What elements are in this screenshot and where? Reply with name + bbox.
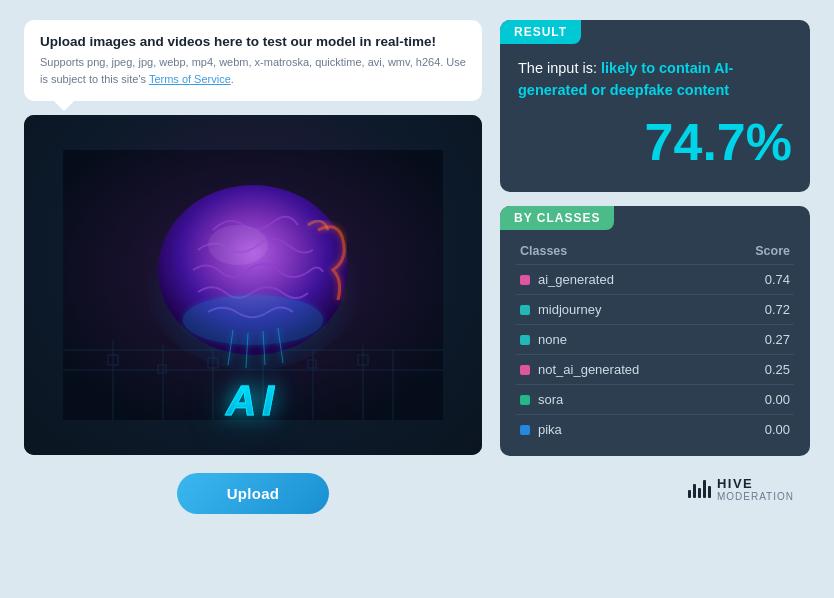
result-percentage: 74.7%	[500, 112, 810, 172]
class-score-cell: 0.25	[724, 354, 794, 384]
class-name-cell: midjourney	[516, 294, 724, 324]
result-text-prefix: The input is:	[518, 60, 601, 76]
image-container: AI	[24, 115, 482, 455]
class-name-cell: ai_generated	[516, 264, 724, 294]
left-panel: Upload images and videos here to test ou…	[24, 20, 482, 514]
classes-tag: BY CLASSES	[500, 206, 614, 230]
main-container: Upload images and videos here to test ou…	[0, 0, 834, 598]
svg-point-17	[208, 225, 268, 265]
bar4	[703, 480, 706, 498]
class-dot	[520, 395, 530, 405]
bar3	[698, 488, 701, 498]
result-card-header: RESULT	[500, 20, 810, 44]
table-row: pika0.00	[516, 414, 794, 444]
ai-text-label: AI	[226, 377, 280, 425]
upload-btn-row: Upload	[24, 473, 482, 514]
classes-table-header-row: Classes Score	[516, 238, 794, 265]
table-row: not_ai_generated0.25	[516, 354, 794, 384]
upload-title: Upload images and videos here to test ou…	[40, 34, 466, 49]
result-card: RESULT The input is: likely to contain A…	[500, 20, 810, 192]
class-dot	[520, 335, 530, 345]
hive-logo-row: HIVE MODERATION	[500, 470, 810, 508]
class-dot	[520, 275, 530, 285]
class-dot	[520, 365, 530, 375]
table-row: midjourney0.72	[516, 294, 794, 324]
col-score: Score	[724, 238, 794, 265]
result-body: The input is: likely to contain AI-gener…	[500, 44, 810, 102]
result-tag: RESULT	[500, 20, 581, 44]
class-score-cell: 0.27	[724, 324, 794, 354]
hive-bars-icon	[688, 480, 711, 498]
result-text: The input is: likely to contain AI-gener…	[518, 58, 792, 102]
class-score-cell: 0.00	[724, 414, 794, 444]
col-classes: Classes	[516, 238, 724, 265]
upload-subtitle: Supports png, jpeg, jpg, webp, mp4, webm…	[40, 54, 466, 87]
right-panel: RESULT The input is: likely to contain A…	[500, 20, 810, 507]
upload-subtitle-text: Supports png, jpeg, jpg, webp, mp4, webm…	[40, 56, 466, 85]
class-name-cell: pika	[516, 414, 724, 444]
bar5	[708, 486, 711, 498]
classes-card: BY CLASSES Classes Score ai_generated0.7…	[500, 206, 810, 456]
class-score-cell: 0.00	[724, 384, 794, 414]
table-row: none0.27	[516, 324, 794, 354]
class-name-cell: none	[516, 324, 724, 354]
classes-table-wrapper: Classes Score ai_generated0.74midjourney…	[500, 238, 810, 456]
svg-point-18	[183, 295, 323, 345]
upload-info-box: Upload images and videos here to test ou…	[24, 20, 482, 101]
class-score-cell: 0.72	[724, 294, 794, 324]
hive-logo-name: HIVE	[717, 476, 794, 492]
table-row: ai_generated0.74	[516, 264, 794, 294]
hive-logo-sub: MODERATION	[717, 491, 794, 503]
classes-card-header: BY CLASSES	[500, 206, 810, 230]
hive-logo-group: HIVE MODERATION	[717, 476, 794, 504]
class-name-cell: sora	[516, 384, 724, 414]
class-score-cell: 0.74	[724, 264, 794, 294]
table-row: sora0.00	[516, 384, 794, 414]
terms-link[interactable]: Terms of Service	[149, 73, 231, 85]
upload-button[interactable]: Upload	[177, 473, 330, 514]
bar1	[688, 490, 691, 498]
class-dot	[520, 305, 530, 315]
classes-table: Classes Score ai_generated0.74midjourney…	[516, 238, 794, 444]
bar2	[693, 484, 696, 498]
class-dot	[520, 425, 530, 435]
ai-brain-image: AI	[24, 115, 482, 455]
class-name-cell: not_ai_generated	[516, 354, 724, 384]
